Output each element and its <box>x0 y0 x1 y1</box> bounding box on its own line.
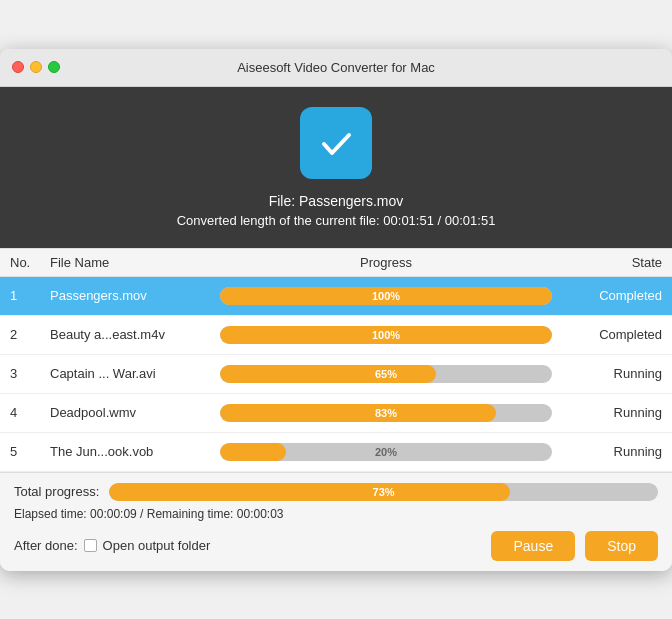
traffic-lights <box>12 61 60 73</box>
table-header: No. File Name Progress State <box>0 248 672 277</box>
stop-button[interactable]: Stop <box>585 531 658 561</box>
progress-label: 20% <box>375 446 397 458</box>
row-no: 2 <box>10 327 50 342</box>
progress-bar-container: 20% <box>220 443 552 461</box>
open-folder-checkbox[interactable] <box>84 539 97 552</box>
progress-label: 100% <box>372 329 400 341</box>
table-row[interactable]: 4 Deadpool.wmv 83% Running <box>0 394 672 433</box>
progress-bar-container: 83% <box>220 404 552 422</box>
progress-bar-container: 65% <box>220 365 552 383</box>
row-filename: The Jun...ook.vob <box>50 444 210 459</box>
pause-button[interactable]: Pause <box>491 531 575 561</box>
header-section: File: Passengers.mov Converted length of… <box>0 87 672 248</box>
table-section: No. File Name Progress State 1 Passenger… <box>0 248 672 472</box>
minimize-button[interactable] <box>30 61 42 73</box>
row-no: 5 <box>10 444 50 459</box>
row-filename: Captain ... War.avi <box>50 366 210 381</box>
after-done-section: After done: Open output folder <box>14 538 210 553</box>
row-state: Running <box>562 405 662 420</box>
file-name-text: File: Passengers.mov <box>177 193 496 209</box>
col-header-progress: Progress <box>210 255 562 270</box>
row-filename: Passengers.mov <box>50 288 210 303</box>
checkmark-icon <box>316 123 356 163</box>
table-row[interactable]: 5 The Jun...ook.vob 20% Running <box>0 433 672 472</box>
title-bar: Aiseesoft Video Converter for Mac <box>0 49 672 87</box>
row-no: 3 <box>10 366 50 381</box>
progress-bar-container: 100% <box>220 326 552 344</box>
total-progress-label: Total progress: <box>14 484 99 499</box>
total-progress-bar <box>109 483 510 501</box>
close-button[interactable] <box>12 61 24 73</box>
total-progress-row: Total progress: 73% <box>14 483 658 501</box>
row-state: Running <box>562 444 662 459</box>
total-progress-container: 73% <box>109 483 658 501</box>
progress-bar-fill <box>220 365 436 383</box>
table-row[interactable]: 3 Captain ... War.avi 65% Running <box>0 355 672 394</box>
maximize-button[interactable] <box>48 61 60 73</box>
table-row[interactable]: 1 Passengers.mov 100% Completed <box>0 277 672 316</box>
footer-section: Total progress: 73% Elapsed time: 00:00:… <box>0 472 672 571</box>
row-no: 1 <box>10 288 50 303</box>
col-header-state: State <box>562 255 662 270</box>
col-header-filename: File Name <box>50 255 210 270</box>
after-done-label: After done: <box>14 538 78 553</box>
row-state: Completed <box>562 288 662 303</box>
progress-label: 83% <box>375 407 397 419</box>
converted-length-text: Converted length of the current file: 00… <box>177 213 496 228</box>
checkmark-circle <box>300 107 372 179</box>
row-state: Running <box>562 366 662 381</box>
window-title: Aiseesoft Video Converter for Mac <box>237 60 435 75</box>
row-no: 4 <box>10 405 50 420</box>
open-folder-label: Open output folder <box>103 538 211 553</box>
progress-bar-container: 100% <box>220 287 552 305</box>
row-filename: Beauty a...east.m4v <box>50 327 210 342</box>
col-header-no: No. <box>10 255 50 270</box>
elapsed-time-text: Elapsed time: 00:00:09 / Remaining time:… <box>14 507 658 521</box>
progress-bar-fill <box>220 443 286 461</box>
progress-bar-fill <box>220 404 496 422</box>
bottom-bar: After done: Open output folder Pause Sto… <box>14 531 658 561</box>
progress-label: 65% <box>375 368 397 380</box>
total-progress-pct: 73% <box>373 486 395 498</box>
row-state: Completed <box>562 327 662 342</box>
table-row[interactable]: 2 Beauty a...east.m4v 100% Completed <box>0 316 672 355</box>
file-info: File: Passengers.mov Converted length of… <box>177 193 496 228</box>
action-buttons: Pause Stop <box>491 531 658 561</box>
progress-label: 100% <box>372 290 400 302</box>
row-filename: Deadpool.wmv <box>50 405 210 420</box>
main-window: Aiseesoft Video Converter for Mac File: … <box>0 49 672 571</box>
